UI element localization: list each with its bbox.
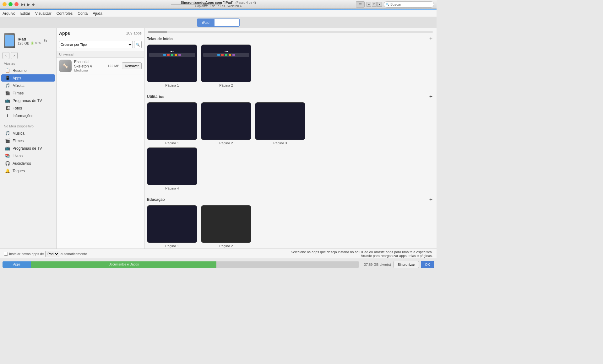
screens-row-telas: Página 1 [147, 45, 434, 87]
screen-thumb-edu-1[interactable]: Página 1 [147, 205, 197, 248]
programas-icon: 📺 [5, 98, 10, 103]
sidebar-item-livros[interactable]: 📚 Livros [1, 152, 55, 159]
window-size-controls[interactable]: − □ × [367, 2, 382, 7]
add-screen-button-utilitarios[interactable]: + [428, 94, 434, 100]
no-meu-dispositivo-label: No Meu Dispositivo [0, 123, 56, 129]
dots-indicator-2 [201, 51, 251, 52]
menu-ajuda[interactable]: Ajuda [93, 11, 102, 16]
informacoes-icon: ℹ [5, 113, 10, 118]
close-button[interactable] [14, 2, 19, 6]
sidebar-item-programas-dev[interactable]: 📺 Programas de TV [1, 145, 55, 152]
screen-thumb-util-2[interactable]: Página 2 [201, 102, 251, 145]
musica-dev-icon: 🎵 [5, 131, 10, 136]
screen-label-telas-1: Página 1 [165, 83, 179, 87]
title-bar-right: ☰ − □ × 🔍 [356, 1, 434, 8]
search-wrapper[interactable]: 🔍 [384, 1, 434, 8]
screen-thumb-telas-1[interactable]: Página 1 [147, 45, 197, 87]
sidebar-item-label-informacoes: Informações [13, 114, 33, 118]
sync-button[interactable]: Sincronizar [394, 261, 419, 268]
sidebar-item-resumo[interactable]: 📋 Resumo [1, 67, 55, 74]
storage-docs: Documentos e Dados [31, 261, 216, 268]
app-count: 109 apps [126, 31, 142, 35]
menu-controles[interactable]: Controles [57, 11, 73, 16]
screen-img-edu-2 [201, 205, 251, 243]
sidebar-item-toques[interactable]: 🔔 Toques [1, 167, 55, 174]
fast-forward-button[interactable]: ⏭ [31, 2, 36, 7]
search-input[interactable] [384, 1, 434, 8]
toques-icon: 🔔 [5, 169, 10, 173]
device-icon [4, 33, 15, 48]
rewind-button[interactable]: ⏮ [21, 2, 25, 7]
sidebar-item-filmes[interactable]: 🎬 Filmes [1, 89, 55, 97]
sidebar-item-informacoes[interactable]: ℹ Informações [1, 112, 55, 119]
refresh-button[interactable]: ↻ [44, 38, 47, 43]
sidebar-item-label-fotos: Fotos [13, 106, 22, 110]
screen-img-util-3 [255, 102, 305, 140]
device-select[interactable]: iPad [45, 251, 59, 257]
sort-select[interactable]: Ordenar por Tipo [59, 41, 133, 48]
playback-controls[interactable]: ⏮ ▶ ⏭ [21, 2, 36, 7]
minimize-button[interactable] [3, 2, 7, 6]
menu-visualizar[interactable]: Visualizar [35, 11, 52, 16]
menu-arquivo[interactable]: Arquivo [3, 11, 15, 16]
category-utilitarios: Utilitários + [147, 92, 434, 190]
help-text-container: Selecione os apps que deseja instalar no… [291, 250, 433, 258]
screen-label-util-2: Página 2 [219, 141, 233, 145]
list-view-button[interactable]: ☰ [356, 1, 365, 8]
musica-icon: 🎵 [5, 83, 10, 88]
sidebar-item-label-apps: Apps [13, 76, 21, 80]
win-close-button[interactable]: × [377, 2, 382, 7]
sidebar-item-musica[interactable]: 🎵 Música [1, 82, 55, 89]
app-category: Medicina [74, 68, 105, 72]
window-controls[interactable] [3, 2, 19, 6]
play-button[interactable]: ▶ [27, 2, 30, 7]
content-area: Apps 109 apps Ordenar por Tipo 🔍 Univers… [57, 28, 437, 249]
screen-thumb-edu-2[interactable]: Página 2 [201, 205, 251, 248]
sidebar-item-audiolivros[interactable]: 🎧 Audiolivros [1, 160, 55, 167]
add-screen-button-telas[interactable]: + [428, 36, 434, 42]
help-text-2: Arraste para reorganizar apps, telas e p… [291, 254, 433, 258]
list-item[interactable]: 🦴 Essential Skeleton 4 Medicina 122 MB R… [57, 58, 144, 74]
screens-row-utilitarios: Página 1 [147, 102, 434, 145]
sidebar-item-musica-dev[interactable]: 🎵 Música [1, 130, 55, 137]
screen-thumb-util-3[interactable]: Página 3 [255, 102, 305, 145]
sidebar-item-label-toques: Toques [13, 169, 25, 173]
win-minimize-button[interactable]: − [367, 2, 371, 7]
screen-thumb-util-4[interactable]: Página 4 [147, 147, 197, 190]
auto-label: automaticamente [61, 252, 87, 256]
install-checkbox[interactable]: Instalar novos apps de iPad automaticame… [4, 251, 87, 257]
tab-row: iPad [0, 17, 437, 28]
back-button[interactable]: ‹ [3, 52, 9, 59]
sidebar-item-apps[interactable]: 📱 Apps [1, 74, 55, 82]
resumo-icon: 📋 [5, 68, 10, 73]
apps-icon: 📱 [5, 76, 10, 80]
device-tab-button[interactable]: iPad [197, 19, 215, 27]
remove-button[interactable]: Remover [122, 62, 142, 69]
forward-button[interactable]: › [11, 52, 18, 59]
menu-conta[interactable]: Conta [78, 11, 88, 16]
sidebar-item-filmes-dev[interactable]: 🎬 Filmes [1, 137, 55, 144]
screen-label-edu-2: Página 2 [219, 244, 233, 248]
win-restore-button[interactable]: □ [372, 2, 377, 7]
device-tab-input[interactable] [215, 19, 240, 27]
screen-thumb-telas-2[interactable]: Página 2 [201, 45, 251, 87]
sidebar-item-programas-tv[interactable]: 📺 Programas de TV [1, 97, 55, 104]
search-apps-button[interactable]: 🔍 [134, 41, 142, 48]
add-screen-button-educacao[interactable]: + [428, 196, 434, 203]
scroll-track-top [148, 31, 433, 33]
menu-editar[interactable]: Editar [20, 11, 30, 16]
screen-img-util-4 [147, 147, 197, 185]
ok-button[interactable]: OK [421, 261, 434, 268]
category-label-telas: Telas de Início + [147, 35, 434, 43]
screen-label-telas-2: Página 2 [219, 83, 233, 87]
scroll-thumb-top [148, 31, 167, 33]
screen-img-util-1 [147, 102, 197, 140]
screen-label-util-3: Página 3 [273, 141, 287, 145]
storage-apps: Apps [3, 261, 31, 268]
install-checkbox-input[interactable] [4, 252, 8, 256]
audiolivros-icon: 🎧 [5, 161, 10, 166]
sidebar-item-fotos[interactable]: 🖼 Fotos [1, 104, 55, 112]
screen-thumb-util-1[interactable]: Página 1 [147, 102, 197, 145]
maximize-button[interactable] [8, 2, 13, 6]
apps-header: Apps 109 apps [57, 28, 144, 38]
